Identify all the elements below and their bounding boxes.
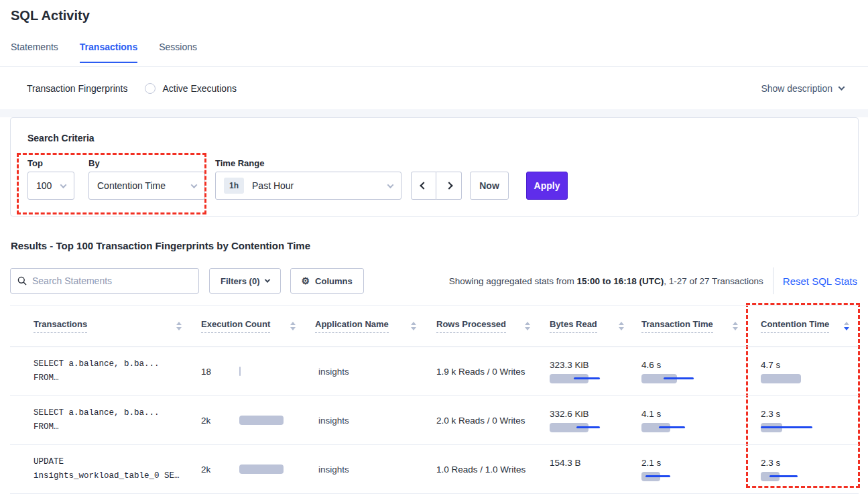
sort-icon[interactable] (733, 322, 738, 330)
execution-count-cell: 18 (191, 347, 305, 395)
contention-time-bar (761, 374, 828, 383)
transaction-query-link[interactable]: SELECT a.balance, b.ba...FROM… (10, 347, 191, 395)
sort-icon[interactable] (844, 322, 849, 330)
stats-time-range: 15:00 to 16:18 (UTC) (576, 276, 664, 286)
contention-time-bar (761, 423, 828, 432)
top-label: Top (27, 158, 43, 168)
results-heading: Results - Top 100 Transaction Fingerprin… (11, 240, 310, 251)
by-label: By (88, 158, 100, 168)
transaction-query-link[interactable]: UPDATEinsights_workload_table_0 SE… (10, 445, 191, 493)
execution-count-cell: 2k (191, 396, 305, 444)
by-select-value: Contention Time (97, 180, 166, 191)
by-select[interactable]: Contention Time (88, 172, 205, 200)
application-name-cell: insights (305, 396, 426, 444)
transaction-query-link[interactable]: SELECT a.balance, b.ba...FROM… (10, 396, 191, 444)
chevron-down-icon (839, 84, 845, 90)
radio-label: Transaction Fingerprints (27, 83, 127, 94)
column-header-bytes-read[interactable]: Bytes Read (540, 319, 633, 333)
tab-transactions[interactable]: Transactions (80, 42, 137, 63)
column-header-transaction-time[interactable]: Transaction Time (633, 319, 747, 333)
contention-time-cell: 4.7 s (747, 347, 859, 395)
filters-label: Filters (0) (221, 276, 260, 286)
column-header-application-name[interactable]: Application Name (305, 319, 426, 333)
table-row: SELECT a.balance, b.ba...FROM… 2k insigh… (10, 396, 859, 445)
execution-count-bar (239, 464, 286, 474)
execution-count-bar (239, 367, 286, 376)
chevron-down-icon (191, 182, 198, 188)
application-name-cell: insights (305, 445, 426, 493)
chevron-down-icon (264, 277, 269, 282)
gear-icon: ⚙ (302, 276, 310, 286)
show-description-toggle[interactable]: Show description (761, 83, 844, 94)
bytes-read-bar (550, 423, 617, 432)
time-range-label: Time Range (215, 158, 264, 168)
table-row: UPDATEinsights_workload_table_0 SE… 2k i… (10, 445, 859, 494)
sort-icon[interactable] (525, 322, 530, 330)
apply-button[interactable]: Apply (526, 172, 568, 200)
sort-icon[interactable] (619, 322, 624, 330)
rows-processed-cell: 1.9 k Reads / 0 Writes (426, 347, 540, 395)
search-statements-input[interactable] (32, 275, 192, 286)
radio-unselected-icon (145, 83, 156, 94)
search-criteria-heading: Search Criteria (27, 133, 95, 143)
top-select[interactable]: 100 (27, 172, 74, 200)
column-header-transactions[interactable]: Transactions (10, 319, 191, 333)
time-nav-group (411, 172, 462, 200)
next-time-button[interactable] (436, 172, 462, 200)
contention-time-bar (761, 472, 828, 481)
search-criteria-card: Search Criteria Top 100 By Contention Ti… (10, 117, 859, 216)
application-name-cell: insights (305, 347, 426, 395)
radio-transaction-fingerprints[interactable]: Transaction Fingerprints (27, 83, 127, 94)
transaction-time-bar (641, 374, 708, 383)
bytes-read-bar (550, 374, 617, 383)
column-header-contention-time[interactable]: Contention Time (747, 319, 859, 333)
bytes-read-cell: 332.6 KiB (540, 396, 633, 444)
search-statements-box (10, 268, 199, 294)
previous-time-button[interactable] (411, 172, 436, 200)
column-header-execution-count[interactable]: Execution Count (191, 319, 305, 333)
table-header-row: Transactions Execution Count Application… (10, 306, 859, 347)
radio-label: Active Executions (162, 83, 237, 94)
transaction-time-cell: 4.1 s (633, 396, 747, 444)
transaction-time-cell: 2.1 s (633, 445, 747, 493)
rows-processed-cell: 1.0 Reads / 1.0 Writes (426, 445, 540, 493)
show-description-label: Show description (761, 83, 832, 94)
tab-bar: Statements Transactions Sessions (11, 42, 197, 63)
vertical-divider (773, 267, 773, 294)
now-button[interactable]: Now (470, 172, 509, 200)
radio-active-executions[interactable]: Active Executions (145, 83, 237, 94)
chevron-down-icon (387, 182, 394, 188)
results-controls: Filters (0) ⚙ Columns Showing aggregated… (10, 267, 859, 294)
sort-icon[interactable] (290, 322, 296, 330)
top-select-value: 100 (36, 180, 52, 191)
table-row: SELECT a.balance, b.ba...FROM… 18 insigh… (10, 347, 859, 396)
bytes-read-cell: 154.3 B (540, 445, 633, 493)
tab-statements[interactable]: Statements (11, 42, 58, 63)
transaction-time-cell: 4.6 s (633, 347, 747, 395)
search-icon (17, 276, 27, 286)
transactions-table: Transactions Execution Count Application… (10, 305, 859, 494)
aggregated-stats-text: Showing aggregated stats from 15:00 to 1… (449, 276, 763, 286)
transaction-time-bar (641, 423, 708, 432)
page-title: SQL Activity (11, 8, 90, 23)
time-range-badge: 1h (224, 178, 244, 194)
contention-time-cell: 2.3 s (747, 396, 859, 444)
filters-button[interactable]: Filters (0) (209, 268, 281, 294)
reset-sql-stats-link[interactable]: Reset SQL Stats (783, 275, 859, 287)
view-toggle-row: Transaction Fingerprints Active Executio… (0, 67, 868, 109)
execution-count-bar (239, 416, 286, 425)
chevron-left-icon (420, 182, 427, 189)
column-header-rows-processed[interactable]: Rows Processed (426, 319, 540, 333)
tab-sessions[interactable]: Sessions (159, 42, 197, 63)
time-range-select[interactable]: 1h Past Hour (215, 172, 401, 200)
columns-button[interactable]: ⚙ Columns (290, 268, 364, 294)
columns-label: Columns (315, 276, 353, 286)
sort-icon[interactable] (176, 322, 182, 330)
sort-icon[interactable] (411, 322, 416, 330)
bytes-read-cell: 323.3 KiB (540, 347, 633, 395)
time-range-value: Past Hour (252, 180, 294, 191)
rows-processed-cell: 2.0 k Reads / 0 Writes (426, 396, 540, 444)
transaction-time-bar (641, 472, 708, 481)
contention-time-cell: 2.3 s (747, 445, 859, 493)
execution-count-cell: 2k (191, 445, 305, 493)
